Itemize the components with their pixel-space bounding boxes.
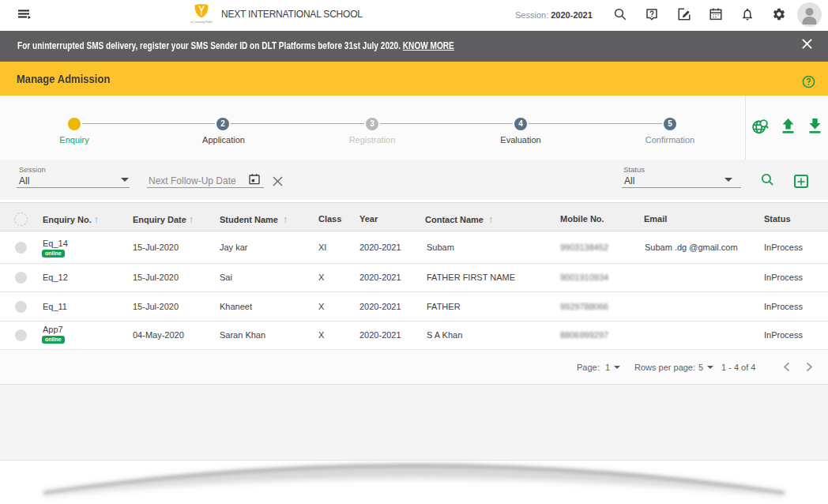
svg-text:Next_Learning Platform: Next_Learning Platform [190,21,213,24]
